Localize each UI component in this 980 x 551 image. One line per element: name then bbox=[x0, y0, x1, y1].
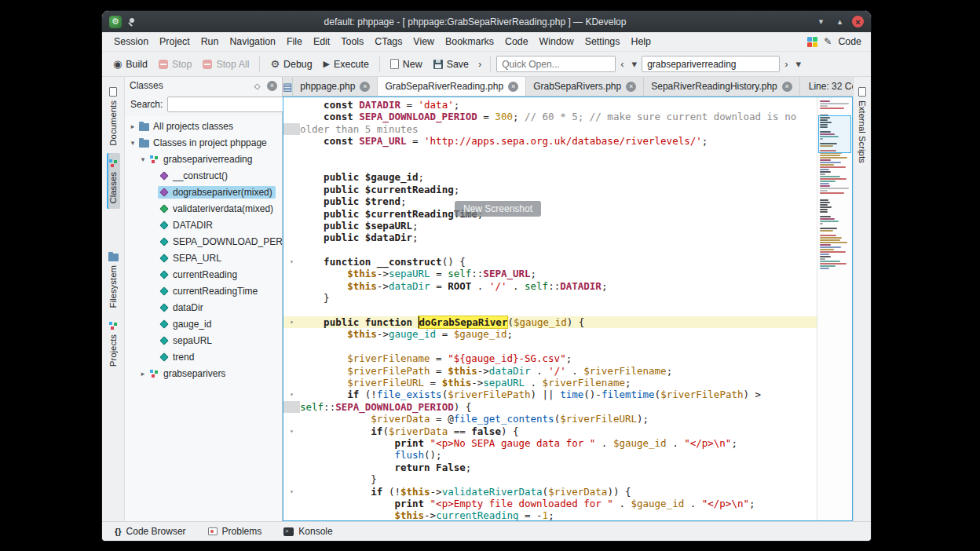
detach-panel-icon[interactable]: ◇ bbox=[251, 80, 263, 92]
tree-expander-icon[interactable]: ▸ bbox=[128, 122, 137, 130]
menu-window[interactable]: Window bbox=[534, 34, 580, 49]
document-list-icon[interactable]: ▤ bbox=[283, 77, 293, 96]
tab-grabsepariverreading-php[interactable]: GrabSepaRiverReading.php× bbox=[378, 77, 526, 96]
menu-help[interactable]: Help bbox=[625, 34, 656, 49]
history-back-chevron[interactable]: ‹ bbox=[617, 57, 627, 71]
tree-item-grabseparivers[interactable]: ▸grabseparivers bbox=[125, 365, 282, 381]
code-line[interactable]: print "<p>No SEPA gauge data for " . $ga… bbox=[283, 437, 817, 449]
code-line[interactable]: print "<p>Empty file downloaded for " . … bbox=[283, 498, 817, 509]
sidebar-tab-classes[interactable]: Classes bbox=[107, 153, 120, 210]
tree-expander-icon[interactable]: ▸ bbox=[138, 370, 148, 378]
tree-item-currentreadingtime[interactable]: currentReadingTime bbox=[125, 283, 282, 299]
code-line[interactable]: ▾ public function doGrabSepaRiver($gauge… bbox=[283, 316, 817, 328]
search-next-chevron[interactable]: › bbox=[781, 57, 791, 71]
search-dropdown-chevron[interactable]: ▾ bbox=[792, 57, 804, 71]
code-line[interactable]: older than 5 minutes bbox=[283, 123, 817, 135]
area-code-label[interactable]: Code bbox=[838, 36, 861, 47]
code-line[interactable]: const SEPA_URL = 'http://apps.sepa.org.u… bbox=[283, 135, 817, 147]
tab-phppage-php[interactable]: phppage.php× bbox=[293, 77, 378, 96]
new-button[interactable]: New bbox=[386, 56, 427, 73]
code-line[interactable]: public $dataDir; bbox=[283, 232, 817, 243]
tree-expander-icon[interactable]: ▾ bbox=[138, 155, 148, 163]
build-button[interactable]: ◉Build bbox=[108, 55, 152, 73]
stop-all-button[interactable]: Stop All bbox=[198, 56, 254, 73]
tab-close-icon[interactable]: × bbox=[508, 82, 518, 92]
close-button[interactable]: × bbox=[852, 16, 864, 27]
code-line[interactable]: public $currentReadingTime; bbox=[283, 208, 817, 220]
toolbar-extension-chevron[interactable]: › bbox=[475, 57, 485, 71]
pin-icon[interactable] bbox=[127, 17, 136, 27]
bottom-tab-konsole[interactable]: >Konsole bbox=[283, 526, 332, 537]
fold-marker-icon[interactable]: ▾ bbox=[283, 425, 300, 437]
code-line[interactable]: ▾ if (!$this->validateRiverData($riverDa… bbox=[283, 486, 817, 498]
code-line[interactable] bbox=[283, 148, 817, 159]
shade-button[interactable]: ▾ bbox=[814, 15, 828, 28]
stop-button[interactable]: Stop bbox=[154, 56, 197, 73]
classes-search-input[interactable] bbox=[167, 97, 297, 112]
area-switcher-icon[interactable] bbox=[807, 37, 817, 47]
code-line[interactable]: ▾ function __construct() { bbox=[283, 256, 817, 268]
tab-close-icon[interactable]: × bbox=[360, 82, 370, 92]
code-line[interactable]: ▾ if (!file_exists($riverFilePath) || ti… bbox=[283, 389, 817, 400]
menu-settings[interactable]: Settings bbox=[580, 34, 626, 49]
tab-close-icon[interactable]: × bbox=[626, 82, 636, 92]
menu-edit[interactable]: Edit bbox=[308, 34, 335, 49]
code-line[interactable]: flush(); bbox=[283, 449, 817, 461]
code-line[interactable]: self::SEPA_DOWNLOAD_PERIOD) { bbox=[283, 401, 817, 413]
code-area[interactable]: const DATADIR = 'data'; const SEPA_DOWNL… bbox=[283, 97, 817, 520]
tree-item-sepaurl[interactable]: sepaURL bbox=[125, 332, 282, 348]
titlebar[interactable]: ⚙ default: phppage - [ phppage:GrabSepaR… bbox=[102, 11, 871, 32]
code-line[interactable]: const DATADIR = 'data'; bbox=[283, 99, 817, 111]
tree-item-trend[interactable]: trend bbox=[125, 348, 282, 365]
close-panel-icon[interactable]: × bbox=[267, 81, 277, 91]
tree-item-all-projects-classes[interactable]: ▸All projects classes bbox=[125, 118, 282, 134]
tree-item-classes-in-project-phppage[interactable]: ▾Classes in project phppage bbox=[125, 134, 282, 151]
tree-item-construct[interactable]: __construct() bbox=[125, 167, 282, 184]
history-dropdown-chevron[interactable]: ▾ bbox=[629, 57, 641, 71]
minimap-viewport[interactable] bbox=[818, 115, 851, 153]
menu-bookmarks[interactable]: Bookmarks bbox=[440, 34, 499, 49]
minimap[interactable] bbox=[817, 97, 852, 520]
code-line[interactable]: public $trend; bbox=[283, 195, 817, 207]
tree-item-validateriverdata-mixed[interactable]: validateriverdata(mixed) bbox=[125, 200, 282, 217]
code-line[interactable] bbox=[283, 159, 817, 171]
classes-panel-header[interactable]: Classes ◇ × bbox=[125, 77, 282, 94]
code-line[interactable] bbox=[283, 341, 817, 352]
fold-marker-icon[interactable]: ▾ bbox=[283, 486, 300, 498]
code-line[interactable]: } bbox=[283, 473, 817, 485]
code-line[interactable]: $riverFileURL = $this->sepaURL . $riverF… bbox=[283, 377, 817, 389]
code-line[interactable]: $this->currentReading = -1; bbox=[283, 509, 817, 520]
maximize-button[interactable]: ▴ bbox=[833, 15, 847, 28]
tree-item-datadir[interactable]: DATADIR bbox=[125, 217, 282, 233]
menu-code[interactable]: Code bbox=[499, 34, 534, 49]
menu-ctags[interactable]: CTags bbox=[369, 34, 408, 49]
code-line[interactable]: $riverFilename = "${gauge_id}-SG.csv"; bbox=[283, 352, 817, 364]
code-line[interactable] bbox=[283, 305, 817, 316]
sidebar-tab-projects[interactable]: Projects bbox=[107, 316, 120, 372]
search-input[interactable] bbox=[642, 56, 780, 72]
sidebar-tab-external-scripts[interactable]: External Scripts bbox=[856, 83, 868, 167]
code-line[interactable]: } bbox=[283, 292, 817, 304]
code-line[interactable]: $riverData = @file_get_contents($riverFi… bbox=[283, 413, 817, 425]
menu-run[interactable]: Run bbox=[196, 34, 225, 49]
code-line[interactable]: $this->gauge_id = $gauge_id; bbox=[283, 328, 817, 340]
menu-file[interactable]: File bbox=[281, 34, 308, 49]
code-line[interactable]: public $currentReading; bbox=[283, 184, 817, 195]
tab-close-icon[interactable]: × bbox=[782, 82, 792, 92]
tree-item-grabsepariverreading[interactable]: ▾grabsepariverreading bbox=[125, 151, 282, 167]
tab-separiverreadinghistory-php[interactable]: SepaRiverReadingHistory.php× bbox=[644, 77, 800, 96]
code-line[interactable]: return False; bbox=[283, 462, 817, 473]
code-line[interactable]: $riverFilePath = $this->dataDir . '/' . … bbox=[283, 365, 817, 377]
sidebar-tab-filesystem[interactable]: Filesystem bbox=[107, 246, 120, 313]
code-line[interactable]: ▾ if($riverData == false) { bbox=[283, 425, 817, 437]
bottom-tab-code-browser[interactable]: {}Code Browser bbox=[115, 526, 186, 537]
code-line[interactable]: const SEPA_DOWNLOAD_PERIOD = 300; // 60 … bbox=[283, 111, 817, 122]
tree-item-sepa-download-period[interactable]: SEPA_DOWNLOAD_PERIOD bbox=[125, 233, 282, 250]
fold-marker-icon[interactable]: ▾ bbox=[283, 389, 300, 400]
tree-expander-icon[interactable]: ▾ bbox=[128, 139, 137, 147]
fold-marker-icon[interactable]: ▾ bbox=[283, 256, 300, 268]
menu-session[interactable]: Session bbox=[108, 34, 154, 49]
menu-navigation[interactable]: Navigation bbox=[224, 34, 281, 49]
save-button[interactable]: Save bbox=[429, 56, 474, 73]
tree-item-gauge-id[interactable]: gauge_id bbox=[125, 316, 282, 332]
